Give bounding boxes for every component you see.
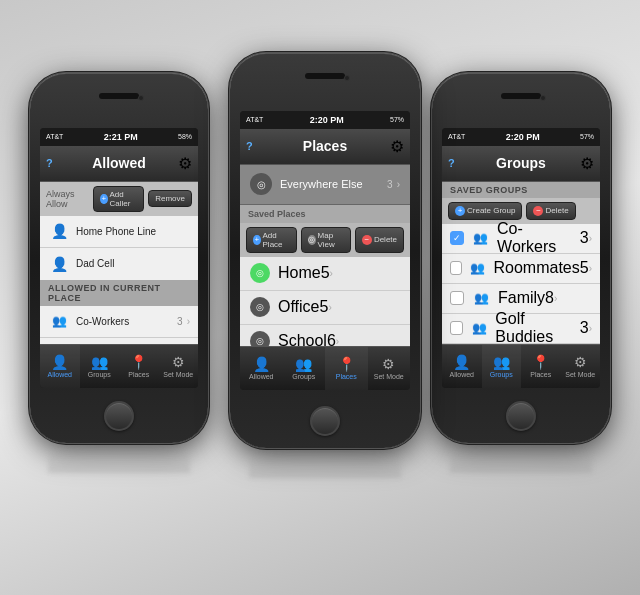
places-tab-icon: 📍 bbox=[130, 354, 147, 370]
time-left: 2:21 PM bbox=[104, 132, 138, 142]
everywhere-else-row[interactable]: ◎ Everywhere Else 3 › bbox=[240, 165, 410, 205]
carrier-center: AT&T bbox=[246, 116, 263, 123]
battery-center: 57% bbox=[390, 116, 404, 123]
delete-button[interactable]: − Delete bbox=[355, 227, 404, 253]
item-text: Family bbox=[498, 289, 545, 307]
list-item[interactable]: ◎ Office 5 › bbox=[240, 291, 410, 325]
always-allow-toolbar: Always Allow + Add Caller Remove bbox=[40, 182, 198, 216]
time-center: 2:20 PM bbox=[310, 115, 344, 125]
list-item[interactable]: 👥 Family 8 › bbox=[442, 284, 600, 314]
checkbox-roommates[interactable] bbox=[450, 261, 462, 275]
allowed-in-place-list: 👥 Co-Workers 3 › ✓ 👤 Anna Haro ✓ 👤 Danie… bbox=[40, 306, 198, 344]
list-item[interactable]: 👤 Home Phone Line bbox=[40, 216, 198, 248]
compass-active-icon: ◎ bbox=[250, 263, 270, 283]
tab-allowed[interactable]: 👤 Allowed bbox=[240, 347, 283, 390]
question-icon-right[interactable]: ? bbox=[448, 157, 455, 169]
minus-icon: − bbox=[362, 235, 372, 245]
groups-tab-icon: 👥 bbox=[91, 354, 108, 370]
gear-icon-left[interactable]: ⚙ bbox=[178, 154, 192, 173]
list-item[interactable]: 👥 Roommates 5 › bbox=[442, 254, 600, 284]
tab-places[interactable]: 📍 Places bbox=[325, 347, 368, 390]
speaker bbox=[501, 93, 541, 99]
tab-bar-center: 👤 Allowed 👥 Groups 📍 Places ⚙ Set Mode bbox=[240, 346, 410, 390]
tab-places[interactable]: 📍 Places bbox=[119, 345, 159, 388]
tab-label: Allowed bbox=[249, 373, 274, 380]
item-count: 3 bbox=[580, 319, 589, 337]
tab-label: Allowed bbox=[47, 371, 72, 378]
tab-places[interactable]: 📍 Places bbox=[521, 345, 561, 388]
saved-groups-header: Saved Groups bbox=[442, 182, 600, 198]
item-text: Co-Workers bbox=[497, 220, 580, 256]
item-count: 8 bbox=[545, 289, 554, 307]
always-allow-label: Always Allow bbox=[46, 189, 85, 209]
camera bbox=[138, 95, 144, 101]
gear-icon-center[interactable]: ⚙ bbox=[390, 137, 404, 156]
checkbox-family[interactable] bbox=[450, 291, 464, 305]
list-item[interactable]: ◎ School 6 › bbox=[240, 325, 410, 346]
item-text: Office bbox=[278, 298, 320, 316]
tab-setmode[interactable]: ⚙ Set Mode bbox=[159, 345, 199, 388]
checkbox-golfbuddies[interactable] bbox=[450, 321, 463, 335]
map-view-button[interactable]: ◎ Map View bbox=[301, 227, 351, 253]
carrier-left: AT&T bbox=[46, 133, 63, 140]
nav-bar-places: ? Places ⚙ bbox=[240, 129, 410, 165]
map-icon: ◎ bbox=[308, 235, 316, 245]
tab-groups[interactable]: 👥 Groups bbox=[482, 345, 522, 388]
list-item[interactable]: 👤 Dad Cell bbox=[40, 248, 198, 280]
places-tab-icon: 📍 bbox=[338, 356, 355, 372]
tab-setmode[interactable]: ⚙ Set Mode bbox=[561, 345, 601, 388]
plus-icon: + bbox=[253, 235, 261, 245]
home-button-left[interactable] bbox=[104, 401, 134, 431]
compass-icon: ◎ bbox=[250, 173, 272, 195]
delete-group-button[interactable]: − Delete bbox=[526, 202, 575, 220]
places-screen: AT&T 2:20 PM 57% ? Places ⚙ ◎ Everywhere… bbox=[240, 111, 410, 390]
list-item[interactable]: ◎ Home 5 › bbox=[240, 257, 410, 291]
item-text: Home bbox=[278, 264, 321, 282]
allowed-content: Always Allow + Add Caller Remove 👤 Home … bbox=[40, 182, 198, 344]
add-place-button[interactable]: + Add Place bbox=[246, 227, 297, 253]
tab-label: Set Mode bbox=[374, 373, 404, 380]
tab-setmode[interactable]: ⚙ Set Mode bbox=[368, 347, 411, 390]
chevron-icon: › bbox=[336, 336, 339, 346]
tab-groups[interactable]: 👥 Groups bbox=[80, 345, 120, 388]
tab-label: Places bbox=[128, 371, 149, 378]
tab-allowed[interactable]: 👤 Allowed bbox=[40, 345, 80, 388]
tab-allowed[interactable]: 👤 Allowed bbox=[442, 345, 482, 388]
add-caller-button[interactable]: + Add Caller bbox=[93, 186, 144, 212]
checkbox-coworkers[interactable]: ✓ bbox=[450, 231, 464, 245]
chevron-icon: › bbox=[589, 233, 592, 244]
create-group-button[interactable]: + Create Group bbox=[448, 202, 522, 220]
home-button-right[interactable] bbox=[506, 401, 536, 431]
battery-left: 58% bbox=[178, 133, 192, 140]
remove-button[interactable]: Remove bbox=[148, 190, 192, 207]
group-icon: 👥 bbox=[468, 257, 487, 279]
home-button-center[interactable] bbox=[310, 406, 340, 436]
item-count: 3 bbox=[177, 316, 183, 327]
status-bar-right: AT&T 2:20 PM 57% bbox=[442, 128, 600, 146]
question-icon-center[interactable]: ? bbox=[246, 140, 253, 152]
status-bar-center: AT&T 2:20 PM 57% bbox=[240, 111, 410, 129]
everywhere-else-label: Everywhere Else bbox=[280, 178, 387, 190]
iphone-places: AT&T 2:20 PM 57% ? Places ⚙ ◎ Everywhere… bbox=[230, 53, 420, 448]
list-item[interactable]: ✓ 👤 Anna Haro bbox=[40, 338, 198, 344]
list-item[interactable]: 👥 Golf Buddies 3 › bbox=[442, 314, 600, 344]
nav-bar-groups: ? Groups ⚙ bbox=[442, 146, 600, 182]
minus-icon: − bbox=[533, 206, 543, 216]
gear-icon-right[interactable]: ⚙ bbox=[580, 154, 594, 173]
groups-tab-icon: 👥 bbox=[493, 354, 510, 370]
allowed-tab-icon: 👤 bbox=[253, 356, 270, 372]
list-item[interactable]: ✓ 👥 Co-Workers 3 › bbox=[442, 224, 600, 254]
groups-tab-icon: 👥 bbox=[295, 356, 312, 372]
question-icon-left[interactable]: ? bbox=[46, 157, 53, 169]
tab-label: Groups bbox=[88, 371, 111, 378]
list-item[interactable]: 👥 Co-Workers 3 › bbox=[40, 306, 198, 338]
tab-label: Groups bbox=[490, 371, 513, 378]
tab-groups[interactable]: 👥 Groups bbox=[283, 347, 326, 390]
compass-icon: ◎ bbox=[250, 297, 270, 317]
person-icon: 👤 bbox=[48, 253, 70, 275]
chevron-icon: › bbox=[589, 263, 592, 274]
places-tab-icon: 📍 bbox=[532, 354, 549, 370]
item-count: 5 bbox=[580, 259, 589, 277]
speaker bbox=[305, 73, 345, 79]
group-icon: 👥 bbox=[470, 287, 492, 309]
